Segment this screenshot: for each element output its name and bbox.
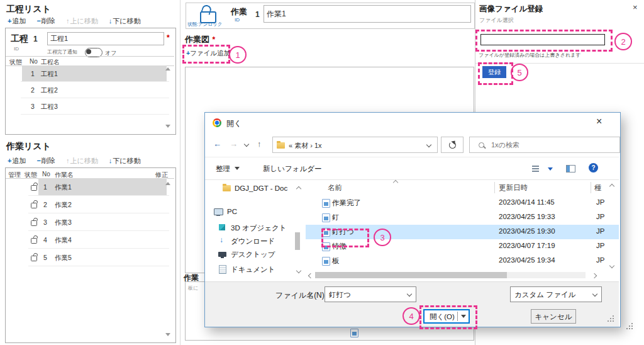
file-row[interactable]: 釘 2023/04/25 19:33 JP [306, 210, 619, 225]
new-folder-button[interactable]: 新しいフォルダー [263, 164, 322, 174]
table-row[interactable]: 2 作業2 [6, 196, 174, 213]
process-id-label: ID [14, 46, 19, 52]
table-row[interactable]: 3 工程3 [6, 98, 174, 115]
scroll-up-icon[interactable] [165, 182, 170, 185]
work-move-up-button[interactable]: ↑上に移動 [66, 157, 98, 164]
process-add-button[interactable]: +追加 [8, 17, 26, 25]
sidebar-item-pc[interactable]: PC [227, 208, 237, 215]
search-box[interactable] [469, 137, 620, 153]
work-add-button[interactable]: +追加 [8, 157, 26, 164]
table-row[interactable]: 2 工程2 [6, 82, 174, 98]
list-scroll-up-icon[interactable] [609, 184, 614, 189]
scroll-down-icon[interactable] [165, 125, 170, 128]
refresh-button[interactable] [441, 137, 464, 153]
details-view-icon[interactable] [532, 166, 539, 172]
file-row[interactable]: 作業完了 2023/04/14 11:45 JP [306, 196, 619, 210]
sidebar-item-documents[interactable]: ドキュメント [231, 265, 275, 274]
preview-pane-icon[interactable] [566, 165, 575, 172]
unlock-icon [31, 203, 37, 208]
process-remove-button[interactable]: −削除 [37, 17, 55, 25]
chevron-down-icon[interactable] [592, 291, 597, 297]
page-icon [350, 329, 358, 337]
table-row[interactable]: 5 作業5 [6, 249, 174, 266]
minus-icon: − [37, 157, 41, 164]
process-move-up-button[interactable]: ↑上に移動 [66, 17, 98, 25]
hscroll-right-icon[interactable] [592, 273, 597, 278]
dialog-title: 開く [226, 118, 242, 129]
filename-input[interactable] [328, 289, 404, 300]
address-chevron-icon[interactable] [426, 142, 431, 147]
work-move-down-button[interactable]: ↓下に移動 [109, 157, 141, 164]
nav-forward-button[interactable]: → [230, 139, 238, 149]
sidebar-scroll-up-icon[interactable] [296, 186, 301, 191]
hscroll-left-icon[interactable] [308, 273, 313, 278]
image-file-icon [322, 199, 330, 208]
scroll-up-icon[interactable] [165, 67, 170, 71]
file-row[interactable]: 板 2023/04/25 19:34 JP [306, 254, 619, 268]
documents-icon [219, 265, 226, 274]
work-list-title: 作業リスト [6, 141, 51, 152]
register-file-input[interactable] [480, 34, 605, 45]
hscrollbar-thumb[interactable] [315, 272, 507, 278]
table-row[interactable]: 1 作業1 [6, 178, 174, 196]
sidebar-item-dgj[interactable]: DGJ_DGT - Doc [235, 184, 287, 192]
lock-status-label: 状態:アンロック [187, 21, 222, 28]
sidebar-item-3d-objects[interactable]: 3D オブジェクト [231, 223, 287, 233]
work-list-box: 管理 状態 No 作業名 修正 1 作業1 2 作業2 3 作業3 4 作業4 [5, 167, 176, 343]
sidebar-item-desktop[interactable]: デスクトップ [231, 250, 275, 259]
downloads-icon: ↓ [219, 235, 223, 244]
open-file-dialog: 開く × ← → ↑ « 素材 › 1x 整理 [204, 112, 621, 327]
work-name-input[interactable] [264, 5, 471, 23]
scroll-down-icon[interactable] [165, 333, 170, 336]
view-options-chevron-icon[interactable] [548, 167, 553, 171]
search-input[interactable] [490, 139, 612, 151]
image-file-icon [322, 213, 330, 222]
sort-ascending-icon [393, 180, 398, 185]
process-list-box: 工程 1 ID * 工程完了通知 オフ 状態 No 工程名 1 工程1 2 工程… [5, 28, 176, 135]
sidebar-scrollbar-thumb[interactable] [295, 232, 300, 250]
process-name-input[interactable] [47, 32, 164, 45]
nav-back-button[interactable]: ← [213, 139, 221, 149]
3d-objects-icon [219, 224, 225, 230]
hscrollbar-track[interactable] [315, 272, 586, 278]
address-bar[interactable]: « 素材 › 1x [272, 137, 438, 153]
add-file-link[interactable]: +ファイル追加 [186, 49, 230, 58]
filename-label: ファイル名(N): [275, 290, 326, 301]
dialog-resize-grip[interactable] [608, 315, 615, 323]
column-name[interactable]: 名前 [328, 183, 342, 193]
annotation-2: 2 [614, 33, 632, 50]
work-label: 作業 [231, 6, 247, 18]
column-date-modified[interactable]: 更新日時 [499, 183, 528, 193]
table-row[interactable]: 3 作業3 [6, 213, 174, 231]
resize-grip[interactable] [626, 323, 634, 331]
process-move-down-button[interactable]: ↓下に移動 [109, 17, 141, 25]
desktop-icon [218, 252, 226, 257]
plus-icon: + [8, 157, 11, 164]
table-row[interactable]: 4 作業4 [6, 231, 174, 249]
process-list-toolbar: +追加 −削除 ↑上に移動 ↓下に移動 [8, 16, 150, 26]
chevron-down-icon[interactable] [407, 291, 412, 297]
breadcrumb-current[interactable]: 1x [314, 142, 322, 149]
nav-up-button[interactable]: ↑ [257, 139, 262, 149]
pc-icon [214, 208, 223, 215]
filename-combo[interactable] [325, 286, 416, 302]
register-button[interactable]: 登録 [482, 66, 506, 78]
work-id-value: 1 [255, 10, 260, 19]
cancel-button[interactable]: キャンセル [531, 309, 576, 324]
help-button[interactable]: ? [589, 163, 598, 172]
column-type[interactable]: 種 [594, 183, 602, 193]
nav-history-chevron-icon[interactable] [244, 142, 249, 147]
breadcrumb-parent[interactable]: 素材 [294, 142, 308, 149]
work-remove-button[interactable]: −削除 [37, 157, 55, 164]
work-description-text: 板に [188, 285, 198, 291]
close-icon[interactable]: × [633, 3, 638, 12]
sidebar-scroll-down-icon[interactable] [296, 268, 301, 273]
table-row[interactable]: 1 工程1 [6, 65, 174, 82]
breadcrumb-separator: › [310, 142, 313, 149]
close-icon[interactable]: × [596, 116, 602, 127]
arrow-down-icon: ↓ [109, 17, 113, 25]
chevron-down-icon [235, 167, 240, 170]
sidebar-item-downloads[interactable]: ダウンロード [231, 237, 275, 246]
file-type-dropdown[interactable]: カスタム ファイル [510, 286, 602, 302]
organize-menu[interactable]: 整理 [216, 164, 240, 174]
